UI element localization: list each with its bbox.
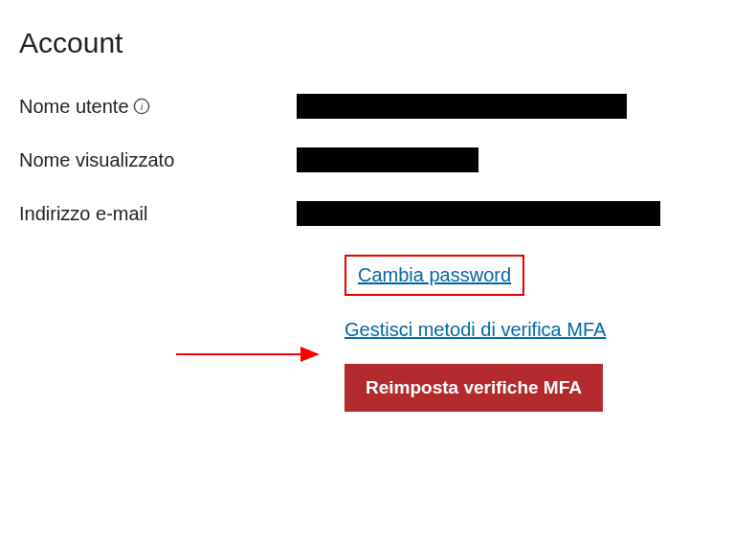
- email-value-redacted: [297, 201, 660, 226]
- field-row-email: Indirizzo e-mail: [19, 201, 737, 226]
- annotation-arrow: [176, 345, 329, 364]
- info-icon[interactable]: i: [133, 98, 150, 115]
- change-password-highlight: Cambia password: [345, 255, 524, 296]
- displayname-label-text: Nome visualizzato: [19, 149, 174, 171]
- username-value-redacted: [297, 94, 627, 119]
- manage-mfa-link[interactable]: Gestisci metodi di verifica MFA: [345, 319, 737, 341]
- displayname-label: Nome visualizzato: [19, 149, 297, 171]
- field-row-username: Nome utente i: [19, 94, 737, 119]
- email-label-text: Indirizzo e-mail: [19, 203, 147, 225]
- displayname-value-redacted: [297, 147, 478, 172]
- svg-text:i: i: [140, 101, 143, 112]
- actions-column: Cambia password Gestisci metodi di verif…: [345, 255, 737, 412]
- field-row-displayname: Nome visualizzato: [19, 147, 737, 172]
- page-title: Account: [19, 27, 737, 59]
- username-label: Nome utente i: [19, 96, 297, 118]
- email-label: Indirizzo e-mail: [19, 203, 297, 225]
- change-password-link[interactable]: Cambia password: [358, 264, 511, 285]
- reset-mfa-button[interactable]: Reimposta verifiche MFA: [345, 364, 603, 412]
- username-label-text: Nome utente: [19, 96, 129, 118]
